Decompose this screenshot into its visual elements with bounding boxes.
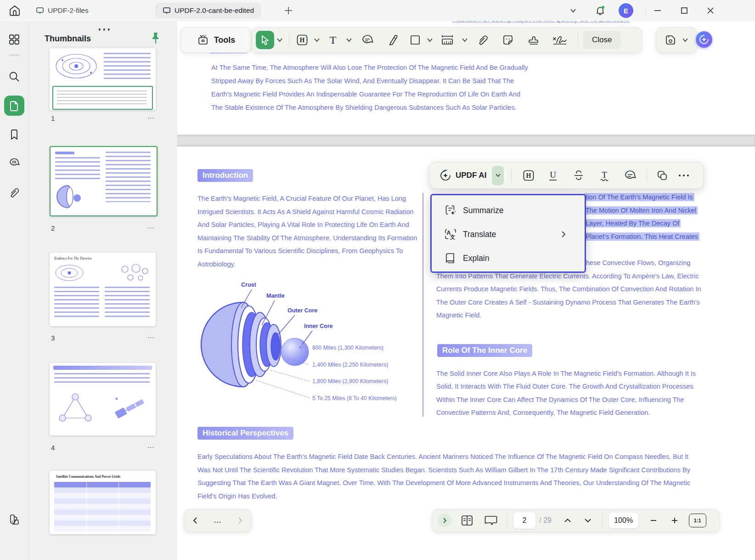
page-options-button[interactable]: ... — [147, 332, 155, 339]
new-tab-button[interactable] — [283, 5, 294, 18]
ai-assistant-button[interactable] — [696, 31, 712, 48]
collapse-toolbar-button[interactable] — [438, 514, 451, 527]
doc-line: Field's Origin Has Evolved. — [197, 492, 277, 500]
apps-button[interactable] — [4, 29, 24, 50]
menu-item-summarize[interactable]: Summarize — [432, 199, 582, 222]
zoom-out-button[interactable] — [646, 511, 661, 530]
page-number-input[interactable] — [513, 512, 535, 529]
theme-button[interactable] — [4, 509, 24, 530]
actual-size-button[interactable]: 1:1 — [689, 514, 706, 527]
thumbnail-page-4[interactable] — [50, 363, 156, 436]
doc-line: Convective Patterns And, Consequently, T… — [436, 409, 650, 416]
paperclip-icon — [476, 34, 489, 46]
tabs-dropdown-button[interactable] — [569, 7, 578, 16]
menu-item-translate[interactable]: A文 Translate — [432, 223, 582, 246]
menu-item-label: Summarize — [463, 206, 504, 215]
palette-swatches-icon — [8, 513, 21, 526]
sidebar-item-bookmarks[interactable] — [4, 124, 24, 145]
close-window-button[interactable] — [706, 6, 715, 17]
historical-heading: Historical Perspectives — [197, 427, 293, 440]
chevron-down-icon — [682, 38, 688, 42]
strikethrough-tool-button[interactable] — [566, 166, 592, 185]
tab-updf-2-cant-be-edited[interactable]: UPDF-2.0-cant-be-edited — [155, 3, 261, 18]
header-tool-button[interactable]: H — [293, 31, 311, 49]
underline-tool-button[interactable]: U — [540, 166, 566, 185]
search-icon — [8, 71, 20, 83]
selected-text-line[interactable]: The Motion Of Molten Iron And Nickel — [584, 206, 698, 215]
zoom-in-button[interactable] — [667, 511, 682, 530]
more-options-button[interactable] — [674, 166, 694, 185]
selected-text-line[interactable]: Layer, Heated By The Decay Of — [584, 219, 681, 227]
doc-line: hese Convective Flows, Organizing — [586, 259, 690, 266]
shape-tool-button[interactable] — [406, 31, 424, 49]
chevron-right-icon — [561, 231, 566, 238]
highlight-tool-button[interactable]: H — [517, 166, 540, 185]
header-tool-dropdown[interactable] — [311, 31, 322, 49]
diagram-label-inner-core: Inner Core — [304, 323, 333, 329]
signature-tool-button[interactable] — [547, 31, 573, 49]
measure-tool-button[interactable] — [435, 31, 459, 49]
close-edit-button[interactable]: Close — [583, 31, 621, 49]
minimize-button[interactable] — [653, 6, 662, 17]
pen-tool-button[interactable] — [380, 31, 406, 49]
avatar[interactable]: E — [619, 3, 633, 18]
selected-text-line[interactable]: Planet's Formation. This Heat Creates — [584, 232, 699, 241]
selected-text-line[interactable]: tion Of The Earth's Magnetic Field Is — [584, 193, 694, 201]
updf-ai-label[interactable]: UPDF AI — [456, 171, 486, 180]
summarize-icon — [445, 204, 456, 216]
zoom-level-button[interactable]: 100% — [609, 513, 638, 528]
squiggly-tool-button[interactable]: T — [592, 166, 617, 185]
maximize-icon — [680, 6, 689, 15]
sidebar-item-comments[interactable] — [4, 153, 24, 173]
comment-tool-button[interactable] — [617, 166, 643, 185]
tab-updf-2-files[interactable]: UPDF-2-files — [36, 3, 89, 18]
maximize-button[interactable] — [680, 6, 689, 17]
history-more-button[interactable]: ... — [214, 516, 221, 525]
page-options-button[interactable]: ... — [147, 441, 155, 449]
thumbnail-page-5[interactable]: Satellite Communications And Power Grids — [50, 471, 156, 534]
previous-page-button[interactable] — [560, 511, 575, 530]
select-tool-dropdown[interactable] — [274, 31, 285, 49]
sidebar-item-thumbnails[interactable] — [4, 96, 24, 116]
pin-panel-button[interactable] — [149, 31, 162, 47]
thumbnail-page-2[interactable] — [50, 146, 158, 216]
presentation-button[interactable] — [482, 511, 500, 530]
text-tool-dropdown[interactable] — [344, 31, 355, 49]
doc-line: At The Same Time, The Atmosphere Will Al… — [211, 64, 528, 71]
doc-line: Maintaining The Stability Of The Atmosph… — [197, 234, 417, 242]
menu-item-explain[interactable]: Explain — [432, 247, 582, 270]
text-tool-button[interactable]: T — [322, 31, 344, 49]
next-page-button[interactable] — [580, 511, 596, 530]
heading-icon: H — [296, 34, 309, 46]
thumbnail-page-1[interactable] — [50, 48, 156, 110]
diagram-measure: 1,400 Miles (2,250 Kilometers) — [312, 362, 388, 368]
chevron-down-icon — [495, 173, 501, 177]
page-options-button[interactable]: ... — [147, 222, 155, 230]
save-button[interactable] — [663, 31, 678, 49]
doc-line: Magnetic Field. — [436, 311, 481, 319]
shape-tool-dropdown[interactable] — [424, 31, 435, 49]
reading-mode-button[interactable] — [459, 511, 475, 530]
history-forward-button[interactable] — [237, 516, 244, 525]
thumbnail-page-3[interactable]: Evidence For The Theories — [50, 253, 156, 326]
search-button[interactable] — [4, 67, 24, 87]
sidebar-item-attachments[interactable] — [4, 182, 24, 203]
page-options-button[interactable]: ... — [147, 112, 155, 120]
text-icon: T — [327, 34, 339, 46]
notifications-button[interactable] — [593, 4, 607, 19]
viewport-indicator[interactable] — [52, 86, 153, 110]
save-dropdown[interactable] — [680, 31, 690, 49]
measure-tool-dropdown[interactable] — [459, 31, 470, 49]
attachment-tool-button[interactable] — [470, 31, 495, 49]
sticker-tool-button[interactable] — [495, 31, 521, 49]
panel-drag-handle[interactable] — [98, 25, 112, 28]
history-back-button[interactable] — [192, 516, 199, 525]
stamp-tool-button[interactable] — [521, 31, 547, 49]
tools-button[interactable]: Tools — [180, 27, 251, 53]
comment-tool-button[interactable] — [355, 31, 380, 49]
select-tool-button[interactable] — [256, 31, 274, 49]
heading-icon: H — [522, 169, 535, 182]
copy-tool-button[interactable] — [651, 166, 674, 185]
home-button[interactable] — [8, 4, 21, 19]
updf-ai-dropdown[interactable] — [492, 166, 504, 185]
